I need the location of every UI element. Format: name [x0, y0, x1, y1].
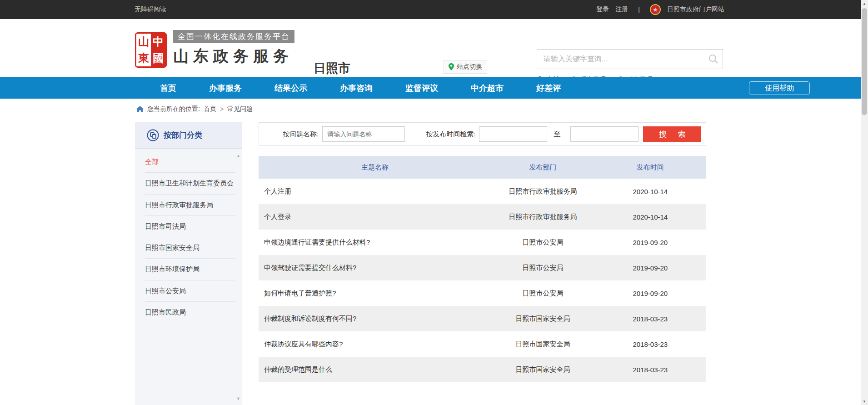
department-list: 全部 日照市卫生和计划生育委员会 日照市行政审批服务局 日照市司法局 日照市国家…	[135, 149, 242, 323]
table-row[interactable]: 如何申请电子普通护照? 日照市公安局 2019-09-20	[259, 280, 706, 306]
table-row[interactable]: 申领边境通行证需要提供什么材料? 日照市公安局 2019-09-20	[259, 230, 706, 255]
dept-item-justice[interactable]: 日照市司法局	[145, 216, 235, 237]
row-title[interactable]: 如何申请电子普通护照?	[259, 289, 491, 298]
table-row[interactable]: 个人登录 日照市行政审批服务局 2020-10-14	[259, 204, 706, 230]
sidebar-title: 按部门分类	[164, 130, 202, 140]
main-navigation: 首页 办事服务 结果公示 办事咨询 监督评议 中介超市 好差评 使用帮助	[0, 77, 868, 99]
seal-char: 國	[151, 50, 165, 66]
nav-services[interactable]: 办事服务	[193, 77, 258, 99]
row-dept: 日照市国家安全局	[491, 365, 594, 374]
current-city-label: 日照市	[314, 60, 350, 76]
row-date: 2019-09-20	[594, 290, 706, 297]
login-link[interactable]: 登录	[596, 5, 609, 14]
topbar-separator: |	[634, 6, 644, 13]
row-title[interactable]: 仲裁协议应具有哪些内容?	[259, 340, 491, 349]
question-name-input[interactable]	[322, 126, 405, 142]
dept-item-police[interactable]: 日照市公安局	[145, 280, 235, 302]
nav-consult[interactable]: 办事咨询	[324, 77, 389, 99]
row-title[interactable]: 仲裁的受理范围是什么	[259, 365, 491, 374]
table-row[interactable]: 申领驾驶证需要提交什么材料? 日照市公安局 2019-09-20	[259, 255, 706, 280]
breadcrumb: 您当前所在的位置: 首页 > 常见问题	[0, 99, 868, 120]
sidebar-scroll-down-icon[interactable]: ▼	[236, 397, 240, 401]
row-date: 2020-10-14	[594, 188, 706, 195]
date-to-label: 至	[554, 130, 560, 139]
brand-text: 全国一体化在线政务服务平台 山东政务服务	[173, 30, 294, 68]
nav-supervision[interactable]: 监督评议	[389, 77, 454, 99]
table-header-row: 主题名称 发布部门 发布时间	[259, 156, 706, 179]
row-date: 2018-03-23	[594, 315, 706, 323]
question-filter-bar: 按问题名称: 按发布时间检索: 至 搜 索	[259, 122, 706, 146]
date-from-input[interactable]	[479, 126, 547, 142]
breadcrumb-home[interactable]: 首页	[204, 105, 216, 113]
dept-item-all[interactable]: 全部	[145, 151, 235, 173]
row-dept: 日照市行政审批服务局	[491, 187, 594, 196]
row-date: 2020-10-14	[594, 213, 706, 221]
sidebar-header: 按部门分类	[135, 122, 242, 149]
table-row[interactable]: 个人注册 日照市行政审批服务局 2020-10-14	[259, 179, 706, 204]
dept-item-approval[interactable]: 日照市行政审批服务局	[145, 195, 235, 216]
vertical-scrollbar[interactable]: ▲ ▼	[861, 0, 868, 405]
shandong-seal-icon: 山 中 東 國	[135, 32, 167, 68]
row-title[interactable]: 个人注册	[259, 187, 491, 196]
city-portal-link[interactable]: 日照市政府门户网站	[667, 5, 724, 14]
dept-item-security[interactable]: 日照市国家安全局	[145, 237, 235, 259]
row-date: 2018-03-23	[594, 366, 706, 374]
location-pin-icon	[449, 63, 454, 70]
search-button[interactable]	[704, 54, 723, 65]
col-header-dept: 发布部门	[491, 163, 594, 172]
row-dept: 日照市行政审批服务局	[491, 213, 594, 221]
nav-home[interactable]: 首页	[144, 77, 193, 99]
row-title[interactable]: 申领边境通行证需要提供什么材料?	[259, 238, 491, 247]
national-emblem-icon: ★	[650, 4, 661, 15]
row-title[interactable]: 仲裁制度和诉讼制度有何不同?	[259, 315, 491, 323]
name-filter-label: 按问题名称:	[283, 130, 319, 139]
filter-search-button[interactable]: 搜 索	[643, 126, 701, 142]
row-date: 2019-09-20	[594, 264, 706, 272]
platform-label: 全国一体化在线政务服务平台	[173, 30, 294, 43]
site-switch-button[interactable]: 站点切换	[444, 60, 487, 74]
scrollbar-up-icon[interactable]: ▲	[861, 0, 868, 7]
topbar-right: 登录 注册 | ★ 日照市政府门户网站	[596, 4, 724, 15]
date-to-input[interactable]	[570, 126, 639, 142]
top-utility-bar: 无障碍阅读 登录 注册 | ★ 日照市政府门户网站	[0, 0, 868, 19]
row-dept: 日照市国家安全局	[491, 340, 594, 349]
site-header: 山 中 東 國 全国一体化在线政务服务平台 山东政务服务 日照市 站点切换	[0, 19, 868, 77]
dept-item-environment[interactable]: 日照市环境保护局	[145, 259, 235, 280]
row-title[interactable]: 申领驾驶证需要提交什么材料?	[259, 264, 491, 272]
dept-item-health[interactable]: 日照市卫生和计划生育委员会	[145, 173, 235, 194]
col-header-title: 主题名称	[259, 163, 491, 172]
row-date: 2018-03-23	[594, 340, 706, 348]
brand-name: 山东政务服务	[173, 46, 294, 67]
nav-intermediary[interactable]: 中介超市	[454, 77, 520, 99]
row-date: 2019-09-20	[594, 239, 706, 246]
magnifier-icon	[708, 54, 719, 65]
accessibility-link[interactable]: 无障碍阅读	[135, 5, 166, 14]
breadcrumb-current: 常见问题	[227, 105, 253, 113]
home-icon	[136, 106, 144, 113]
department-sidebar: 按部门分类 全部 日照市卫生和计划生育委员会 日照市行政审批服务局 日照市司法局…	[135, 122, 242, 405]
keyword-search-box	[537, 49, 723, 69]
dept-item-civil[interactable]: 日照市民政局	[145, 302, 235, 323]
row-title[interactable]: 个人登录	[259, 213, 491, 221]
keyword-search-input[interactable]	[537, 55, 704, 63]
logo[interactable]: 山 中 東 國 全国一体化在线政务服务平台 山东政务服务	[135, 30, 294, 68]
page: 无障碍阅读 登录 注册 | ★ 日照市政府门户网站 山 中 東 國 全国一体化在…	[0, 0, 868, 405]
table-row[interactable]: 仲裁协议应具有哪些内容? 日照市国家安全局 2018-03-23	[259, 331, 706, 357]
faq-table: 主题名称 发布部门 发布时间 个人注册 日照市行政审批服务局 2020-10-1…	[259, 156, 706, 382]
sidebar-scroll-up-icon[interactable]: ▲	[236, 154, 240, 158]
register-link[interactable]: 注册	[615, 5, 628, 14]
row-dept: 日照市公安局	[491, 289, 594, 298]
breadcrumb-separator: >	[220, 105, 224, 113]
row-dept: 日照市公安局	[491, 264, 594, 272]
nav-results[interactable]: 结果公示	[258, 77, 324, 99]
content-area: 按部门分类 全部 日照市卫生和计划生育委员会 日照市行政审批服务局 日照市司法局…	[135, 122, 706, 405]
site-switch-label: 站点切换	[457, 63, 482, 71]
seal-char: 山	[136, 34, 151, 50]
help-button[interactable]: 使用帮助	[749, 81, 810, 95]
scrollbar-thumb[interactable]	[862, 8, 867, 115]
category-icon	[147, 129, 159, 141]
nav-rating[interactable]: 好差评	[520, 77, 577, 99]
table-row[interactable]: 仲裁的受理范围是什么 日照市国家安全局 2018-03-23	[259, 357, 706, 382]
table-row[interactable]: 仲裁制度和诉讼制度有何不同? 日照市国家安全局 2018-03-23	[259, 306, 706, 331]
scrollbar-down-icon[interactable]: ▼	[861, 398, 868, 405]
